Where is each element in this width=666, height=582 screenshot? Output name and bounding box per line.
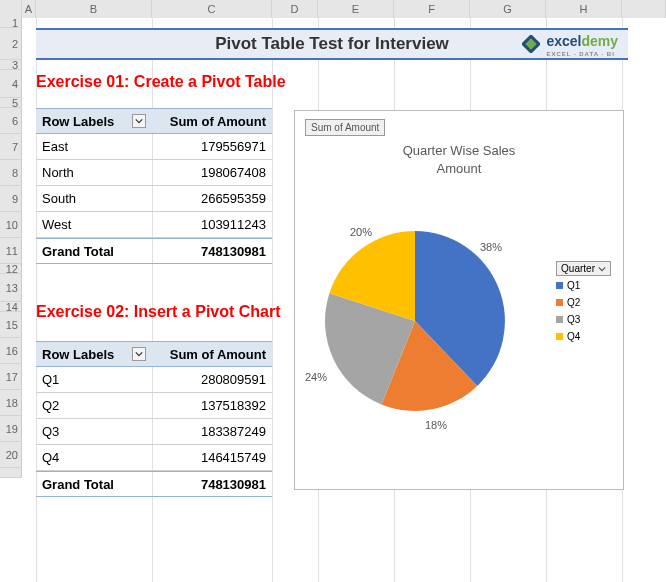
chart-legend: Quarter Q1Q2Q3Q4 xyxy=(556,261,611,348)
row-header-18[interactable]: 18 xyxy=(0,390,22,416)
pie-label-q1: 38% xyxy=(480,241,502,253)
chevron-down-icon xyxy=(598,265,606,273)
col-header-C[interactable]: C xyxy=(152,0,272,18)
legend-swatch xyxy=(556,282,563,289)
pivot-grand-total[interactable]: Grand Total748130981 xyxy=(36,471,272,497)
row-header-[interactable] xyxy=(0,468,22,478)
pivot-row-label: Q3 xyxy=(36,419,152,444)
table-row[interactable]: West103911243 xyxy=(36,212,272,238)
legend-swatch xyxy=(556,299,563,306)
row-header-1[interactable]: 1 xyxy=(0,18,22,28)
pivot-table-1[interactable]: Row LabelsSum of AmountEast179556971Nort… xyxy=(36,108,272,264)
table-row[interactable]: Q3183387249 xyxy=(36,419,272,445)
row-header-8[interactable]: 8 xyxy=(0,160,22,186)
legend-filter-button[interactable]: Quarter xyxy=(556,261,611,276)
row-header-7[interactable]: 7 xyxy=(0,134,22,160)
page-title-banner: Pivot Table Test for Interview exceldemy… xyxy=(36,28,628,60)
logo: exceldemy EXCEL · DATA · BI xyxy=(522,31,618,57)
col-header-A[interactable]: A xyxy=(22,0,36,18)
pivot-row-value: 183387249 xyxy=(152,419,272,444)
row-header-12[interactable]: 12 xyxy=(0,264,22,274)
table-row[interactable]: East179556971 xyxy=(36,134,272,160)
exercise2-title: Exercise 02: Insert a Pivot Chart xyxy=(36,303,281,321)
pivot-row-value: 198067408 xyxy=(152,160,272,185)
pie-label-q2: 18% xyxy=(425,419,447,431)
column-headers: ABCDEFGH xyxy=(0,0,666,18)
col-header-D[interactable]: D xyxy=(272,0,318,18)
pivot-header-sum[interactable]: Sum of Amount xyxy=(152,342,272,366)
legend-item-q1[interactable]: Q1 xyxy=(556,280,611,291)
row-header-3[interactable]: 3 xyxy=(0,60,22,70)
legend-item-q4[interactable]: Q4 xyxy=(556,331,611,342)
legend-label: Q3 xyxy=(567,314,580,325)
page-title: Pivot Table Test for Interview xyxy=(215,34,449,54)
pivot-row-label: Q1 xyxy=(36,367,152,392)
chart-field-button[interactable]: Sum of Amount xyxy=(305,119,385,136)
pivot-row-value: 179556971 xyxy=(152,134,272,159)
pivot-header-rowlabels[interactable]: Row Labels xyxy=(36,109,152,133)
row-header-13[interactable]: 13 xyxy=(0,274,22,302)
col-header-[interactable] xyxy=(622,0,666,18)
pivot-grand-total[interactable]: Grand Total748130981 xyxy=(36,238,272,264)
pivot-row-label: West xyxy=(36,212,152,237)
logo-icon xyxy=(522,35,540,53)
table-row[interactable]: Q2137518392 xyxy=(36,393,272,419)
col-header-G[interactable]: G xyxy=(470,0,546,18)
pivot-row-value: 280809591 xyxy=(152,367,272,392)
pivot-row-value: 146415749 xyxy=(152,445,272,470)
spreadsheet-grid[interactable]: Pivot Table Test for Interview exceldemy… xyxy=(22,18,666,582)
legend-item-q3[interactable]: Q3 xyxy=(556,314,611,325)
col-header-B[interactable]: B xyxy=(36,0,152,18)
row-header-9[interactable]: 9 xyxy=(0,186,22,212)
row-header-4[interactable]: 4 xyxy=(0,70,22,98)
legend-label: Q2 xyxy=(567,297,580,308)
table-row[interactable]: North198067408 xyxy=(36,160,272,186)
pivot-row-label: Q4 xyxy=(36,445,152,470)
row-header-6[interactable]: 6 xyxy=(0,108,22,134)
row-header-14[interactable]: 14 xyxy=(0,302,22,312)
legend-swatch xyxy=(556,316,563,323)
legend-item-q2[interactable]: Q2 xyxy=(556,297,611,308)
pivot-row-value: 137518392 xyxy=(152,393,272,418)
row-header-11[interactable]: 11 xyxy=(0,238,22,264)
row-header-2[interactable]: 2 xyxy=(0,28,22,60)
pivot-row-label: South xyxy=(36,186,152,211)
chart-title-line1: Quarter Wise Sales xyxy=(295,143,623,158)
pivot-row-label: North xyxy=(36,160,152,185)
pivot-row-value: 266595359 xyxy=(152,186,272,211)
pivot-row-value: 103911243 xyxy=(152,212,272,237)
row-header-16[interactable]: 16 xyxy=(0,338,22,364)
pivot-table-2[interactable]: Row LabelsSum of AmountQ1280809591Q21375… xyxy=(36,341,272,497)
col-header-E[interactable]: E xyxy=(318,0,394,18)
pivot-row-label: East xyxy=(36,134,152,159)
filter-dropdown-icon[interactable] xyxy=(132,347,146,361)
row-header-20[interactable]: 20 xyxy=(0,442,22,468)
legend-swatch xyxy=(556,333,563,340)
legend-label: Q1 xyxy=(567,280,580,291)
chart-title-line2: Amount xyxy=(295,161,623,176)
pivot-row-label: Q2 xyxy=(36,393,152,418)
pie-label-q3: 24% xyxy=(305,371,327,383)
row-header-19[interactable]: 19 xyxy=(0,416,22,442)
table-row[interactable]: South266595359 xyxy=(36,186,272,212)
filter-dropdown-icon[interactable] xyxy=(132,114,146,128)
table-row[interactable]: Q4146415749 xyxy=(36,445,272,471)
row-header-5[interactable]: 5 xyxy=(0,98,22,108)
pivot-header-rowlabels[interactable]: Row Labels xyxy=(36,342,152,366)
row-header-10[interactable]: 10 xyxy=(0,212,22,238)
table-row[interactable]: Q1280809591 xyxy=(36,367,272,393)
legend-label: Q4 xyxy=(567,331,580,342)
row-header-17[interactable]: 17 xyxy=(0,364,22,390)
col-header-H[interactable]: H xyxy=(546,0,622,18)
pivot-chart[interactable]: Sum of Amount Quarter Wise Sales Amount … xyxy=(294,110,624,490)
exercise1-title: Exercise 01: Create a Pivot Table xyxy=(36,73,286,91)
pie-label-q4: 20% xyxy=(350,226,372,238)
row-header-15[interactable]: 15 xyxy=(0,312,22,338)
row-headers: 1234567891011121314151617181920 xyxy=(0,18,22,478)
col-header-F[interactable]: F xyxy=(394,0,470,18)
pivot-header-sum[interactable]: Sum of Amount xyxy=(152,109,272,133)
